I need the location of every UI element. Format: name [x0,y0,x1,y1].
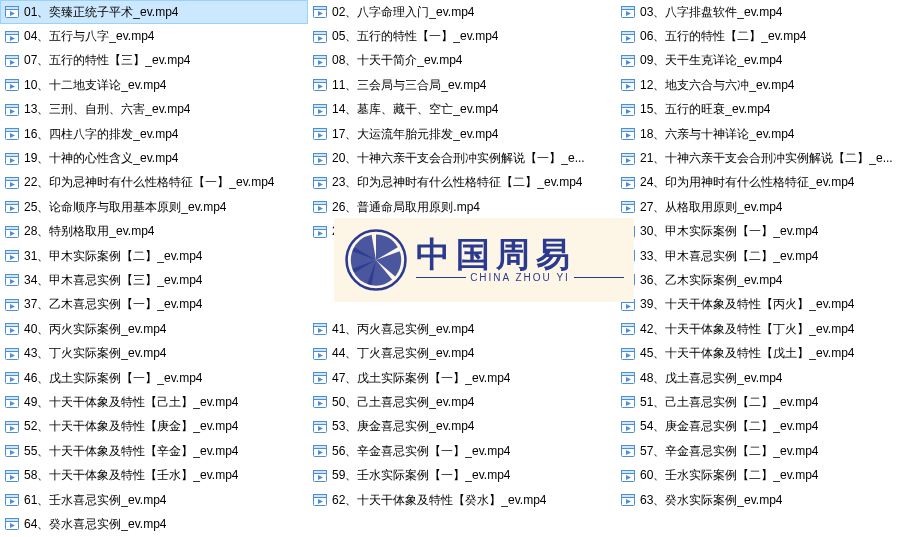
svg-rect-169 [622,397,635,400]
svg-rect-181 [622,495,635,498]
file-item[interactable]: 17、大运流年胎元排发_ev.mp4 [308,122,616,146]
file-item[interactable]: 30、甲木实际案例【一】_ev.mp4 [616,220,924,244]
svg-rect-136 [622,129,635,132]
file-item[interactable]: 47、戊土实际案例【一】_ev.mp4 [308,366,616,390]
video-file-icon [620,492,636,508]
file-item[interactable]: 02、八字命理入门_ev.mp4 [308,0,616,24]
video-file-icon [312,29,328,45]
file-item[interactable]: 60、壬水实际案例【二】_ev.mp4 [616,463,924,487]
file-item[interactable]: 03、八字排盘软件_ev.mp4 [616,0,924,24]
file-item[interactable]: 41、丙火喜忌实例_ev.mp4 [308,317,616,341]
video-file-icon [620,321,636,337]
file-item[interactable]: 49、十天干体象及特性【己土】_ev.mp4 [0,390,308,414]
file-item[interactable]: 14、墓库、藏干、空亡_ev.mp4 [308,98,616,122]
file-item[interactable]: 51、己土喜忌实例【二】_ev.mp4 [616,390,924,414]
video-file-icon [4,419,20,435]
file-item[interactable]: 20、十神六亲干支会合刑冲实例解说【一】_e... [308,146,616,170]
file-name-label: 40、丙火实际案例_ev.mp4 [24,321,166,338]
video-file-icon [620,102,636,118]
file-item[interactable]: 12、地支六合与六冲_ev.mp4 [616,73,924,97]
file-name-label: 23、印为忌神时有什么性格特征【二】_ev.mp4 [332,174,582,191]
file-item[interactable]: 27、从格取用原则_ev.mp4 [616,195,924,219]
file-item[interactable]: 46、戊土实际案例【一】_ev.mp4 [0,366,308,390]
file-item[interactable]: 54、庚金喜忌实例【二】_ev.mp4 [616,415,924,439]
file-item[interactable]: 37、乙木喜忌实例【一】_ev.mp4 [0,293,308,317]
file-name-label: 58、十天干体象及特性【壬水】_ev.mp4 [24,467,238,484]
svg-rect-94 [314,226,327,229]
file-name-label: 46、戊土实际案例【一】_ev.mp4 [24,370,202,387]
file-item[interactable]: 43、丁火实际案例_ev.mp4 [0,341,308,365]
file-item[interactable]: 36、乙木实际案例_ev.mp4 [616,268,924,292]
file-name-label: 59、壬水实际案例【一】_ev.mp4 [332,467,510,484]
file-name-label: 19、十神的心性含义_ev.mp4 [24,150,178,167]
svg-rect-127 [622,55,635,58]
file-item[interactable]: 16、四柱八字的排发_ev.mp4 [0,122,308,146]
file-item[interactable]: 58、十天干体象及特性【壬水】_ev.mp4 [0,463,308,487]
video-file-icon [312,443,328,459]
file-name-label: 60、壬水实际案例【二】_ev.mp4 [640,467,818,484]
file-item[interactable]: 52、十天干体象及特性【庚金】_ev.mp4 [0,415,308,439]
svg-rect-16 [6,129,19,132]
video-file-icon [620,443,636,459]
file-item[interactable]: 62、十天干体象及特性【癸水】_ev.mp4 [308,488,616,512]
file-item[interactable]: 19、十神的心性含义_ev.mp4 [0,146,308,170]
file-item[interactable]: 04、五行与八字_ev.mp4 [0,24,308,48]
file-item[interactable]: 55、十天干体象及特性【辛金】_ev.mp4 [0,439,308,463]
file-item[interactable]: 24、印为用神时有什么性格特征_ev.mp4 [616,171,924,195]
svg-rect-142 [622,177,635,180]
svg-rect-82 [314,129,327,132]
video-file-icon [4,272,20,288]
file-name-label: 41、丙火喜忌实例_ev.mp4 [332,321,474,338]
file-item[interactable]: 11、三会局与三合局_ev.mp4 [308,73,616,97]
file-item[interactable]: 57、辛金喜忌实例【二】_ev.mp4 [616,439,924,463]
file-item[interactable]: 42、十天干体象及特性【丁火】_ev.mp4 [616,317,924,341]
file-item[interactable]: 39、十天干体象及特性【丙火】_ev.mp4 [616,293,924,317]
file-item[interactable]: 22、印为忌神时有什么性格特征【一】_ev.mp4 [0,171,308,195]
file-item[interactable]: 34、甲木喜忌实例【三】_ev.mp4 [0,268,308,292]
file-name-label: 30、甲木实际案例【一】_ev.mp4 [640,223,818,240]
file-item[interactable]: 44、丁火喜忌实例_ev.mp4 [308,341,616,365]
video-file-icon [312,4,328,20]
file-item[interactable]: 05、五行的特性【一】_ev.mp4 [308,24,616,48]
file-item[interactable]: 33、甲木喜忌实例【二】_ev.mp4 [616,244,924,268]
file-name-label: 26、普通命局取用原则.mp4 [332,199,480,216]
file-item[interactable]: 63、癸水实际案例_ev.mp4 [616,488,924,512]
file-item[interactable]: 23、印为忌神时有什么性格特征【二】_ev.mp4 [308,171,616,195]
file-item[interactable]: 59、壬水实际案例【一】_ev.mp4 [308,463,616,487]
file-item[interactable]: 61、壬水喜忌实例_ev.mp4 [0,488,308,512]
file-item[interactable]: 26、普通命局取用原则.mp4 [308,195,616,219]
svg-rect-73 [314,55,327,58]
file-item[interactable]: 40、丙火实际案例_ev.mp4 [0,317,308,341]
svg-rect-55 [6,446,19,449]
file-item[interactable]: 01、奕臻正统子平术_ev.mp4 [0,0,308,24]
file-item[interactable]: 18、六亲与十神详论_ev.mp4 [616,122,924,146]
file-item[interactable]: 50、己土喜忌实例_ev.mp4 [308,390,616,414]
file-item[interactable]: 15、五行的旺衰_ev.mp4 [616,98,924,122]
file-item[interactable]: 08、十天干简介_ev.mp4 [308,49,616,73]
file-item[interactable]: 45、十天干体象及特性【戊土】_ev.mp4 [616,341,924,365]
file-item[interactable]: 53、庚金喜忌实例_ev.mp4 [308,415,616,439]
file-item[interactable]: 13、三刑、自刑、六害_ev.mp4 [0,98,308,122]
file-name-label: 55、十天干体象及特性【辛金】_ev.mp4 [24,443,238,460]
svg-rect-145 [622,202,635,205]
file-item[interactable]: 25、论命顺序与取用基本原则_ev.mp4 [0,195,308,219]
video-file-icon [312,346,328,362]
video-file-icon [4,4,20,20]
file-item[interactable]: 21、十神六亲干支会合刑冲实例解说【二】_e... [616,146,924,170]
video-file-icon [312,370,328,386]
file-name-label: 24、印为用神时有什么性格特征_ev.mp4 [640,174,854,191]
file-name-label: 33、甲木喜忌实例【二】_ev.mp4 [640,248,818,265]
svg-rect-160 [622,324,635,327]
video-file-icon [620,394,636,410]
file-item[interactable]: 07、五行的特性【三】_ev.mp4 [0,49,308,73]
file-item[interactable]: 06、五行的特性【二】_ev.mp4 [616,24,924,48]
video-file-icon [620,370,636,386]
file-item[interactable]: 10、十二地支详论_ev.mp4 [0,73,308,97]
file-item[interactable]: 09、天干生克详论_ev.mp4 [616,49,924,73]
file-item[interactable]: 48、戊土喜忌实例_ev.mp4 [616,366,924,390]
file-item[interactable]: 31、甲木实际案例【二】_ev.mp4 [0,244,308,268]
file-item[interactable]: 64、癸水喜忌实例_ev.mp4 [0,512,308,536]
file-item[interactable]: 56、辛金喜忌实例【一】_ev.mp4 [308,439,616,463]
file-name-label: 34、甲木喜忌实例【三】_ev.mp4 [24,272,202,289]
file-item[interactable]: 28、特别格取用_ev.mp4 [0,220,308,244]
